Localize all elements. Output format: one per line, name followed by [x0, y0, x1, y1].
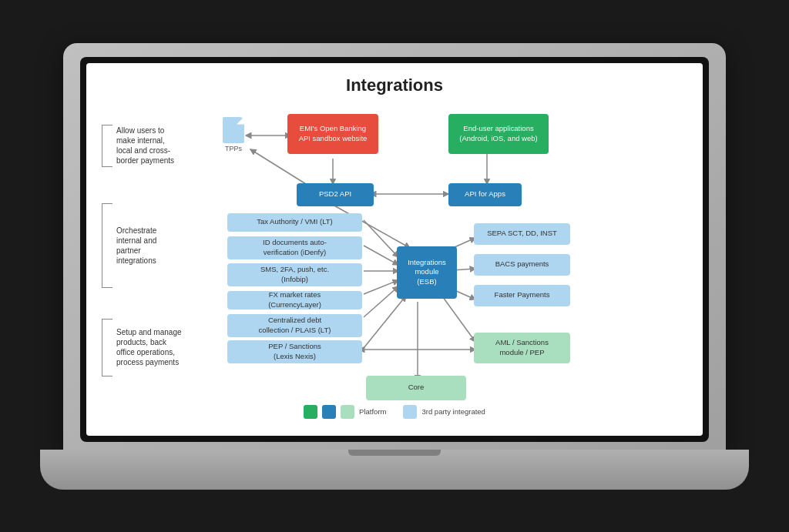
screen-bezel: Integrations Allow users to make interna… — [80, 57, 709, 442]
laptop-container: Integrations Allow users to make interna… — [63, 43, 726, 490]
laptop-screen-body: Integrations Allow users to make interna… — [63, 43, 726, 451]
svg-line-2 — [250, 149, 306, 184]
pep-sanctions-box: PEP / Sanctions (Lexis Nexis) — [227, 340, 362, 363]
sms-2fa-box: SMS, 2FA, push, etc. (Infobip) — [227, 263, 362, 286]
end-user-apps-box: End-user applications (Android, iOS, and… — [448, 114, 549, 154]
psd2-api-box: PSD2 API — [297, 183, 374, 206]
legend: Platform 3rd party integrated — [102, 405, 687, 419]
emi-sandbox-box: EMI's Open Banking API sandbox website — [287, 114, 378, 154]
svg-line-6 — [364, 246, 398, 265]
aml-sanctions-box: AML / Sanctions module / PEP — [474, 333, 570, 363]
integrations-module-box: Integrations module (ESB) — [397, 246, 457, 299]
centralized-debt-box: Centralized debt collection / PLAIS (LT) — [227, 314, 362, 337]
bracket-2 — [102, 203, 112, 288]
main-diagram: TPPs EMI's Open Banking API sandbox webs… — [213, 103, 687, 400]
label-group-2: Orchestrate internal and partner integra… — [102, 203, 206, 288]
label-group-3: Setup and manage products, back office o… — [102, 319, 206, 376]
left-labels: Allow users to make internal, local and … — [102, 103, 213, 400]
fx-market-box: FX market rates (CurrencyLayer) — [227, 291, 362, 309]
svg-line-10 — [364, 296, 406, 348]
platform-label: Platform — [359, 407, 386, 416]
laptop-base — [40, 450, 749, 490]
bacs-box: BACS payments — [474, 254, 570, 276]
svg-line-5 — [364, 220, 398, 257]
bracket-3 — [102, 319, 112, 376]
id-documents-box: ID documents auto- verification (iDenfy) — [227, 236, 362, 259]
core-box: Core — [366, 376, 466, 400]
label-text-2: Orchestrate internal and partner integra… — [116, 226, 156, 266]
label-group-1: Allow users to make internal, local and … — [102, 125, 206, 167]
svg-line-8 — [364, 280, 398, 294]
label-text-3: Setup and manage products, back office o… — [116, 327, 182, 367]
label-text-1: Allow users to make internal, local and … — [116, 125, 174, 166]
tpps-label: TPPs — [225, 145, 242, 152]
screen-content: Integrations Allow users to make interna… — [86, 63, 703, 436]
tpps-icon: TPPs — [223, 117, 244, 152]
faster-payments-box: Faster Payments — [474, 285, 570, 306]
svg-line-14 — [441, 294, 475, 342]
diagram-area: Allow users to make internal, local and … — [102, 103, 687, 400]
legend-green-swatch — [304, 405, 317, 419]
diagram-title: Integrations — [102, 75, 687, 95]
tax-authority-box: Tax Authority / VMI (LT) — [227, 213, 362, 232]
legend-blue-swatch — [322, 405, 336, 419]
legend-light-blue-swatch — [403, 405, 417, 419]
api-for-apps-box: API for Apps — [448, 183, 522, 206]
bracket-1 — [102, 125, 112, 167]
third-party-label: 3rd party integrated — [421, 407, 485, 416]
sepa-box: SEPA SCT, DD, INST — [474, 223, 570, 245]
svg-line-9 — [364, 286, 398, 317]
legend-light-green-swatch — [341, 405, 354, 419]
tpps-doc — [223, 117, 244, 143]
